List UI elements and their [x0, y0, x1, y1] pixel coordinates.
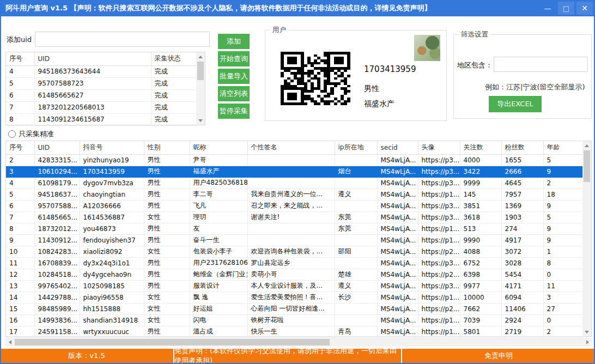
table-row[interactable]: 1414429788...piaoyi96558女性飘 逸爱生活爱美爱拍照！喜.…: [6, 292, 582, 303]
scroll-right-icon[interactable]: [583, 338, 592, 347]
table-cell: 4917: [501, 234, 543, 246]
table-row[interactable]: 1724591158...wrtyxxuucuuc男性溫占成快乐一生青岛MS4w…: [6, 326, 582, 337]
add-uid-input[interactable]: [35, 32, 210, 47]
table-cell: 男性: [144, 154, 190, 166]
table-cell: MS4wLjA...: [377, 292, 418, 303]
table-cell: 17: [6, 326, 34, 337]
table-cell: MS4wLjA...: [377, 246, 418, 257]
table-cell: 用户2317628106...: [190, 257, 247, 269]
table-row[interactable]: 1598485989...hh1515888女性好运姐心若向阳 一切皆好相逢..…: [6, 303, 582, 314]
export-excel-button[interactable]: 导出EXCEL: [489, 96, 542, 112]
table-row[interactable]: 461098179...dygov7mvb3za男性用户4825036818..…: [6, 177, 582, 189]
add-button[interactable]: 添加: [218, 34, 250, 49]
table-row[interactable]: 595707588723完成: [6, 77, 196, 89]
table-cell: 女性: [144, 303, 190, 314]
header-cell[interactable]: 关注数: [460, 141, 501, 154]
header-cell[interactable]: UID: [34, 141, 80, 154]
table-cell: 东莞: [335, 211, 377, 223]
table-row[interactable]: 242833315...yinzhunyao19男性尹哥MS4wLjA...ht…: [6, 154, 582, 166]
table-cell: 快乐一生: [247, 326, 335, 337]
header-cell[interactable]: ip所在地: [335, 141, 377, 154]
table-row[interactable]: 818732012...you46873男性友东莞MS4wLjA...https…: [6, 223, 582, 234]
table-cell: 男性: [144, 269, 190, 280]
version-label: 版本：v1.5: [0, 349, 173, 363]
minimize-button[interactable]: —: [539, 2, 556, 15]
header-cell[interactable]: 头像: [418, 141, 460, 154]
header-cell[interactable]: 序号: [6, 52, 34, 65]
table-cell: 6398: [460, 269, 501, 280]
table-cell: 召之即来，来之能战，...: [247, 200, 335, 211]
table-row[interactable]: 695707588...A12036666男性飞凡召之即来，来之能战，...MS…: [6, 200, 582, 211]
table-row[interactable]: 71873201220568013完成: [6, 101, 196, 113]
table-cell: 10000: [460, 292, 501, 303]
table-cell: 98485989...: [34, 303, 80, 314]
scrollbar-thumb[interactable]: [584, 150, 590, 182]
scrollbar-thumb[interactable]: [15, 339, 330, 345]
table-cell: 1369: [501, 200, 543, 211]
table-row[interactable]: 81143091234615687完成: [6, 113, 196, 125]
table-cell: https://p2...: [418, 269, 460, 280]
table-cell: 1873201220568013: [34, 101, 151, 113]
disclaimer-button[interactable]: 免责申明: [401, 349, 595, 363]
table-cell: 16708839...: [34, 257, 80, 269]
clear-list-button[interactable]: 清空列表: [218, 86, 250, 101]
table-cell: 3: [543, 292, 582, 303]
table-row[interactable]: 310610294...1703413959男性福盛水产烟台MS4wLjA...…: [6, 166, 582, 177]
scroll-up-icon[interactable]: [196, 52, 205, 61]
region-label: 地区包含：: [457, 60, 493, 70]
main-table-header-row: 序号UID抖音号性别昵称个性签名ip所在地secid头像关注数粉丝数年龄: [6, 141, 582, 154]
table-row[interactable]: 1399765402...1025098185男性服装设计本人专业设计服装，及.…: [6, 280, 582, 292]
header-cell[interactable]: 性别: [144, 141, 190, 154]
scroll-left-icon[interactable]: [5, 338, 14, 347]
start-query-button[interactable]: 开始查询: [218, 51, 250, 66]
table-row[interactable]: 1210284518...dy4ygcehao9n男性鲍维金（金辉门业）卖萌小哥…: [6, 269, 582, 280]
scroll-down-icon[interactable]: [582, 327, 591, 336]
table-row[interactable]: 1614993836...shandian314918女性闪电铁树开花啦MS4w…: [6, 314, 582, 326]
uid-table-scrollbar[interactable]: [196, 52, 205, 125]
table-cell: https://p3...: [418, 166, 460, 177]
table-cell: 4: [6, 177, 34, 189]
radio-collect-precise[interactable]: 只采集精准: [8, 129, 54, 139]
header-cell[interactable]: 抖音号: [80, 141, 144, 154]
table-cell: [335, 314, 377, 326]
header-cell[interactable]: 年龄: [543, 141, 582, 154]
header-cell[interactable]: 序号: [6, 141, 34, 154]
table-cell: 18732012...: [34, 223, 80, 234]
main-table-hscrollbar[interactable]: [5, 338, 592, 347]
table-cell: 女性: [144, 246, 190, 257]
table-cell: 2: [6, 154, 34, 166]
table-row[interactable]: 1010824283...xiaolizi8092女性包装袋小李子欢迎咨询各种包…: [6, 246, 582, 257]
table-cell: you46873: [80, 223, 144, 234]
table-cell: MS4wLjA...: [377, 166, 418, 177]
table-row[interactable]: 761485665...1614536887女性理玥谢谢关注!东莞MS4wLjA…: [6, 211, 582, 223]
table-row[interactable]: 1116708839...dy3x24q3i1o1男性用户2317628106.…: [6, 257, 582, 269]
table-cell: 2719: [501, 326, 543, 337]
table-row[interactable]: 4945186373643644完成: [6, 65, 196, 77]
maximize-button[interactable]: □: [558, 2, 574, 15]
header-cell[interactable]: 个性签名: [247, 141, 335, 154]
header-cell[interactable]: 采集状态: [151, 52, 196, 65]
scroll-up-icon[interactable]: [582, 141, 591, 150]
table-cell: 8: [543, 257, 582, 269]
user-nickname: 福盛水产: [364, 99, 394, 109]
table-cell: 3422: [460, 166, 501, 177]
header-cell[interactable]: 昵称: [190, 141, 247, 154]
region-input[interactable]: [494, 57, 588, 72]
close-button[interactable]: ✕: [576, 2, 593, 15]
table-row[interactable]: 661485665627完成: [6, 89, 196, 101]
table-row[interactable]: 594518637...chaoyingtian男性李二哥我来自贵州遵义的一位.…: [6, 189, 582, 200]
scrollbar-thumb[interactable]: [197, 62, 204, 80]
main-table-vscrollbar[interactable]: [582, 141, 591, 336]
scroll-down-icon[interactable]: [196, 116, 205, 125]
table-cell: 铁树开花啦: [247, 314, 335, 326]
table-cell: 2: [543, 326, 582, 337]
table-cell: 我来自贵州遵义的一位...: [247, 189, 335, 200]
header-cell[interactable]: secid: [377, 141, 418, 154]
table-row[interactable]: 911430912...fendouyishen37男性奋斗一生MS4wLjA.…: [6, 234, 582, 246]
header-cell[interactable]: 粉丝数: [501, 141, 543, 154]
batch-import-button[interactable]: 批量导入: [218, 69, 250, 84]
radio-icon[interactable]: [8, 130, 16, 138]
table-cell: 9: [543, 200, 582, 211]
header-cell[interactable]: UID: [34, 52, 151, 65]
pause-collect-button[interactable]: 暂停采集: [218, 104, 250, 119]
